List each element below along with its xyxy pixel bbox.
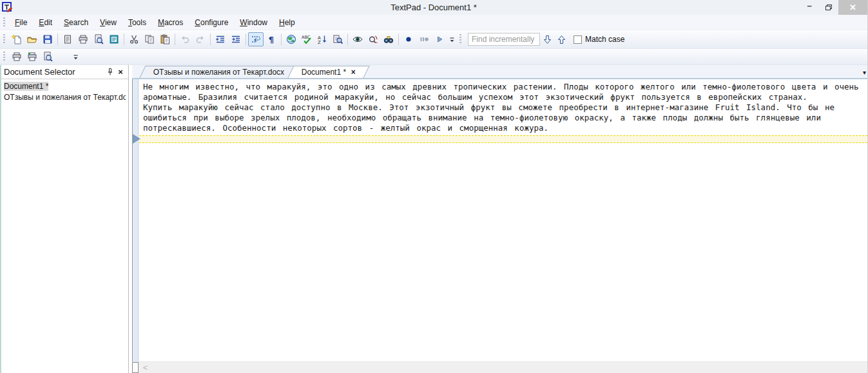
menu-item-macros[interactable]: Macros bbox=[152, 15, 189, 30]
save-file-icon bbox=[43, 34, 53, 44]
spell-check-button[interactable]: ABC bbox=[299, 32, 314, 46]
toolbar-separator bbox=[124, 33, 124, 45]
tab-list-dropdown[interactable]: ▾ bbox=[863, 69, 866, 76]
toolbar-options-button[interactable] bbox=[447, 32, 456, 46]
print-direct-button[interactable] bbox=[24, 50, 40, 64]
page-button[interactable] bbox=[55, 50, 71, 64]
tab-document1[interactable]: Document1 * × bbox=[288, 66, 371, 78]
print-button[interactable] bbox=[75, 32, 91, 46]
chevron-down-icon bbox=[448, 35, 456, 44]
redo-icon bbox=[195, 34, 206, 44]
find-in-files-button[interactable] bbox=[330, 32, 345, 46]
toolbar-separator bbox=[347, 33, 348, 45]
find-next-down-button[interactable] bbox=[540, 32, 554, 46]
pilcrow-button[interactable]: ¶ bbox=[264, 32, 279, 46]
document-properties-button[interactable] bbox=[106, 32, 122, 46]
menu-item-edit[interactable]: Edit bbox=[33, 15, 58, 30]
word-wrap-button[interactable] bbox=[248, 32, 264, 46]
undo-button[interactable] bbox=[177, 32, 193, 46]
scrollbar-track[interactable] bbox=[151, 362, 867, 373]
chevron-down-icon bbox=[72, 52, 79, 62]
record-macro-icon bbox=[403, 34, 414, 44]
toolbar-separator bbox=[281, 33, 282, 45]
editor-line: Не многим известно, что маракуйя, это од… bbox=[143, 82, 866, 92]
incremental-find-input[interactable] bbox=[468, 33, 540, 46]
copy-button[interactable] bbox=[142, 32, 157, 46]
minimize-button[interactable]: – bbox=[800, 0, 819, 15]
arrow-up-icon bbox=[557, 35, 566, 44]
menu-item-tools[interactable]: Tools bbox=[122, 15, 152, 30]
cut-icon bbox=[129, 34, 139, 44]
restore-icon bbox=[825, 5, 832, 10]
save-file-button[interactable] bbox=[40, 32, 55, 46]
close-panel-button[interactable]: × bbox=[115, 67, 126, 77]
document-list-item[interactable]: ОТзывы и пожелания от Текарт.do... bbox=[4, 92, 126, 103]
copy-icon bbox=[144, 34, 155, 44]
new-file-button[interactable] bbox=[9, 32, 24, 46]
print-toolbar-options-button[interactable] bbox=[71, 50, 80, 64]
menu-bar: FileEditSearchViewToolsMacrosConfigureWi… bbox=[0, 15, 867, 30]
print-icon bbox=[78, 34, 88, 44]
close-button[interactable]: ✕ bbox=[838, 0, 867, 15]
paste-button[interactable] bbox=[157, 32, 173, 46]
match-case-checkbox[interactable] bbox=[574, 35, 582, 44]
editor-line: Купить маракуйю сейчас стало доступно в … bbox=[143, 102, 866, 113]
print-toolbar-grip bbox=[3, 52, 5, 62]
menu-item-file[interactable]: File bbox=[9, 15, 33, 30]
editor-margin[interactable] bbox=[133, 79, 139, 361]
horizontal-scrollbar[interactable]: < bbox=[132, 361, 867, 373]
pin-panel-button[interactable] bbox=[105, 67, 115, 77]
open-file-button[interactable] bbox=[24, 32, 40, 46]
play-macro-button[interactable] bbox=[432, 32, 447, 46]
svg-text:Z: Z bbox=[318, 40, 321, 44]
stop-macro-button[interactable] bbox=[416, 32, 432, 46]
stop-macro-icon bbox=[419, 34, 429, 44]
close-icon: × bbox=[118, 67, 123, 77]
search-replace-icon bbox=[368, 34, 378, 44]
document-button[interactable] bbox=[60, 32, 75, 46]
editor-area: Не многим известно, что маракуйя, это од… bbox=[132, 79, 867, 361]
textpad-window: TextPad - Document1 * – ✕ FileEditSearch… bbox=[0, 0, 868, 373]
html-preview-button[interactable] bbox=[284, 32, 299, 46]
binoculars-find-button[interactable] bbox=[381, 32, 396, 46]
split-handle[interactable] bbox=[132, 362, 139, 373]
spell-check-icon: ABC bbox=[302, 34, 312, 44]
pilcrow-icon: ¶ bbox=[269, 35, 274, 44]
cut-button[interactable] bbox=[126, 32, 142, 46]
find-next-up-button[interactable] bbox=[554, 32, 568, 46]
view-eye-icon bbox=[352, 34, 363, 44]
tab-close-icon[interactable]: × bbox=[351, 68, 356, 77]
textpad-logo-icon bbox=[1, 2, 14, 14]
document-tab-bar: ОТзывы и пожелания от Текарт.docx Docume… bbox=[132, 65, 867, 79]
menu-item-search[interactable]: Search bbox=[58, 15, 94, 30]
html-preview-icon bbox=[286, 34, 296, 44]
menu-item-configure[interactable]: Configure bbox=[189, 15, 234, 30]
document-list-item[interactable]: Document1 * bbox=[4, 81, 126, 92]
menu-item-help[interactable]: Help bbox=[273, 15, 301, 30]
print-preview-button[interactable] bbox=[40, 50, 55, 64]
document-properties-icon bbox=[109, 34, 119, 44]
toolbar-grip bbox=[3, 34, 5, 44]
menu-item-window[interactable]: Window bbox=[234, 15, 273, 30]
play-macro-icon bbox=[434, 34, 445, 44]
editor-line: ароматные. Бразилия считается родиной ма… bbox=[143, 92, 866, 102]
sort-az-button[interactable]: AZ bbox=[314, 32, 330, 46]
record-macro-button[interactable] bbox=[401, 32, 416, 46]
redo-button[interactable] bbox=[193, 32, 208, 46]
print-direct-icon bbox=[27, 52, 37, 62]
menu-item-view[interactable]: View bbox=[94, 15, 122, 30]
binoculars-find-icon bbox=[383, 34, 394, 44]
print-preview-button[interactable] bbox=[91, 32, 106, 46]
unindent-icon bbox=[215, 34, 226, 44]
tab-otzyvy-docx[interactable]: ОТзывы и пожелания от Текарт.docx bbox=[139, 66, 298, 78]
editor-text-area[interactable]: Не многим известно, что маракуйя, это од… bbox=[139, 79, 867, 361]
unindent-button[interactable] bbox=[213, 32, 228, 46]
print-button[interactable] bbox=[9, 50, 24, 64]
scroll-left-arrow[interactable]: < bbox=[140, 362, 151, 373]
indent-button[interactable] bbox=[228, 32, 244, 46]
document-selector-panel: Document Selector × Document1 *ОТзывы и … bbox=[1, 65, 129, 373]
view-eye-button[interactable] bbox=[350, 32, 365, 46]
close-icon: ✕ bbox=[849, 3, 856, 12]
restore-button[interactable] bbox=[819, 0, 838, 15]
search-replace-button[interactable] bbox=[365, 32, 381, 46]
